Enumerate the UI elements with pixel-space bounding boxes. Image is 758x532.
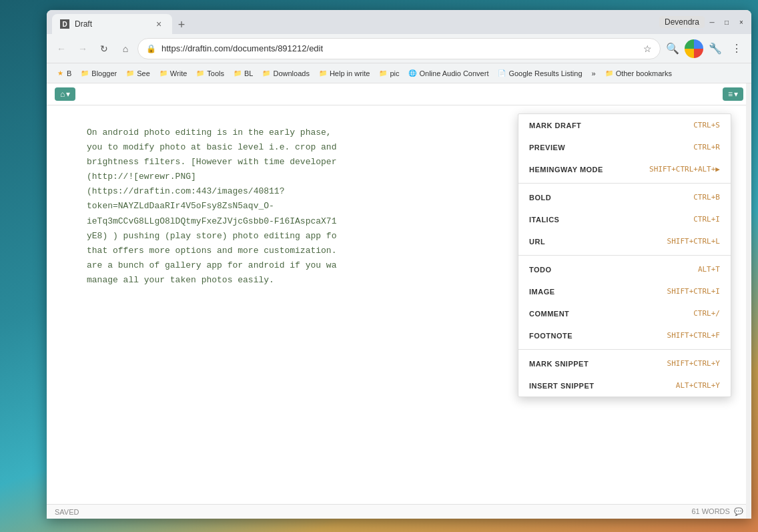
tab-title: Draft [75, 19, 148, 29]
menu-item-insert-snippet[interactable]: INSERT SNIPPET ALT+CTRL+Y [518, 374, 731, 396]
bookmark-see[interactable]: 📁 See [122, 68, 154, 79]
search-button[interactable]: 🔍 [663, 39, 682, 58]
home-toolbar-button[interactable]: ⌂ ▾ [55, 87, 75, 101]
folder-icon: 📁 [159, 69, 167, 77]
menu-comment-shortcut: CTRL+/ [693, 309, 720, 318]
menu-hemingway-shortcut: SHIFT+CTRL+ALT+▶ [649, 165, 720, 174]
editor-footer: SAVED 61 WORDS 💬 [47, 504, 751, 519]
content-area: ⌂ ▾ ≡ ▾ On android photo editing is in t… [47, 83, 751, 519]
bookmark-pic[interactable]: 📁 pic [375, 68, 403, 79]
menu-item-footnote[interactable]: FOOTNOTE SHIFT+CTRL+F [518, 324, 731, 346]
bookmark-online-audio-convert[interactable]: 🌐 Online Audio Convert [404, 68, 492, 79]
word-count-text: 61 WORDS [691, 507, 729, 515]
new-tab-button[interactable]: + [172, 15, 191, 34]
reload-button[interactable]: ↻ [95, 39, 113, 58]
menu-arrow: ▾ [734, 89, 738, 99]
extensions-icon[interactable]: 🔧 [706, 39, 725, 58]
menu-image-label: IMAGE [529, 288, 555, 296]
folder-icon: 📁 [81, 69, 89, 77]
menu-url-shortcut: SHIFT+CTRL+L [667, 237, 720, 246]
bookmark-tools[interactable]: 📁 Tools [192, 68, 228, 79]
menu-item-preview[interactable]: PREVIEW CTRL+R [518, 136, 731, 158]
menu-divider-1 [518, 183, 731, 184]
bookmark-help-in-write-label: Help in write [330, 69, 370, 77]
bookmark-google-results-label: Google Results Listing [508, 69, 582, 77]
bookmark-tools-label: Tools [207, 69, 224, 77]
title-bar: D Draft × + Devendra ─ □ × [47, 10, 751, 34]
bookmark-b[interactable]: ★ B [52, 68, 75, 79]
menu-italics-label: ITALICS [529, 216, 559, 224]
menu-mark-snippet-label: MARK SNIPPET [529, 360, 589, 368]
bookmark-write-label: Write [170, 69, 187, 77]
bookmark-other-label: Other bookmarks [616, 69, 672, 77]
menu-insert-snippet-shortcut: ALT+CTRL+Y [676, 381, 720, 390]
menu-comment-label: COMMENT [529, 310, 569, 318]
bookmark-help-in-write[interactable]: 📁 Help in write [315, 68, 374, 79]
menu-icon: ≡ [728, 89, 733, 99]
address-bar[interactable]: 🔒 https://draftin.com/documents/891212/e… [137, 38, 661, 59]
menu-italics-shortcut: CTRL+I [693, 215, 720, 224]
scrollbar[interactable] [746, 83, 751, 519]
tab-favicon: D [60, 19, 69, 29]
context-menu: MARK DRAFT CTRL+S PREVIEW CTRL+R HEMINGW… [518, 113, 731, 397]
navigation-bar: ← → ↻ ⌂ 🔒 https://draftin.com/documents/… [47, 34, 751, 63]
menu-item-italics[interactable]: ITALICS CTRL+I [518, 208, 731, 230]
bookmark-blogger-label: Blogger [91, 69, 117, 77]
chrome-icon[interactable] [685, 39, 703, 58]
bookmark-b-label: B [67, 69, 71, 77]
home-toolbar-arrow: ▾ [66, 89, 70, 99]
menu-bold-shortcut: CTRL+B [693, 193, 720, 202]
home-toolbar-icon: ⌂ [60, 89, 65, 99]
forward-button[interactable]: → [73, 39, 92, 58]
menu-item-url[interactable]: URL SHIFT+CTRL+L [518, 230, 731, 252]
url-text[interactable]: https://draftin.com/documents/891212/edi… [161, 43, 638, 53]
folder-icon: 📁 [234, 69, 242, 77]
window-controls: ─ □ × [707, 17, 746, 27]
close-window-button[interactable]: × [737, 17, 746, 27]
minimize-button[interactable]: ─ [707, 17, 717, 27]
active-tab[interactable]: D Draft × [52, 14, 172, 34]
bookmark-blogger[interactable]: 📁 Blogger [77, 68, 121, 79]
menu-hemingway-label: HEMINGWAY MODE [529, 166, 603, 174]
toolbar-right: ≡ ▾ [723, 87, 743, 101]
menu-preview-label: PREVIEW [529, 144, 565, 152]
nav-actions: 🔍 🔧 ⋮ [663, 39, 746, 58]
tab-close-button[interactable]: × [153, 19, 164, 29]
menu-mark-snippet-shortcut: SHIFT+CTRL+Y [667, 359, 720, 368]
folder-icon: 📁 [196, 69, 204, 77]
menu-button[interactable]: ⋮ [727, 39, 746, 58]
folder-icon: 📁 [605, 69, 613, 77]
bookmark-other[interactable]: 📁 Other bookmarks [601, 68, 676, 79]
more-bookmarks-label: » [592, 69, 596, 77]
menu-item-mark-draft[interactable]: MARK DRAFT CTRL+S [518, 114, 731, 136]
bookmark-downloads[interactable]: 📁 Downloads [258, 68, 313, 79]
bookmark-more[interactable]: » [588, 68, 600, 79]
bookmark-star-icon[interactable]: ☆ [643, 43, 652, 54]
tab-bar: D Draft × + [52, 10, 657, 34]
menu-item-comment[interactable]: COMMENT CTRL+/ [518, 302, 731, 324]
maximize-button[interactable]: □ [722, 17, 731, 27]
menu-divider-2 [518, 255, 731, 256]
menu-item-hemingway[interactable]: HEMINGWAY MODE SHIFT+CTRL+ALT+▶ [518, 158, 731, 180]
home-button[interactable]: ⌂ [116, 39, 135, 58]
editor-menu-button[interactable]: ≡ ▾ [723, 87, 743, 101]
bookmark-bl[interactable]: 📁 BL [230, 68, 257, 79]
menu-footnote-shortcut: SHIFT+CTRL+F [667, 331, 720, 340]
back-button[interactable]: ← [52, 39, 71, 58]
bookmark-write[interactable]: 📁 Write [155, 68, 191, 79]
menu-mark-draft-label: MARK DRAFT [529, 121, 581, 129]
menu-item-mark-snippet[interactable]: MARK SNIPPET SHIFT+CTRL+Y [518, 352, 731, 374]
menu-footnote-label: FOOTNOTE [529, 332, 573, 340]
bookmark-google-results[interactable]: 📄 Google Results Listing [494, 68, 586, 79]
bookmark-star-icon: ★ [56, 69, 64, 77]
menu-item-bold[interactable]: BOLD CTRL+B [518, 186, 731, 208]
editor-toolbar: ⌂ ▾ ≡ ▾ [47, 83, 751, 105]
bookmark-see-label: See [137, 69, 150, 77]
folder-icon: 📁 [126, 69, 134, 77]
menu-preview-shortcut: CTRL+R [693, 143, 720, 152]
globe-icon: 🌐 [408, 69, 416, 77]
menu-todo-shortcut: ALT+T [698, 265, 720, 274]
menu-item-todo[interactable]: TODO ALT+T [518, 258, 731, 280]
menu-item-image[interactable]: IMAGE SHIFT+CTRL+I [518, 280, 731, 302]
user-profile[interactable]: Devendra [659, 16, 705, 28]
